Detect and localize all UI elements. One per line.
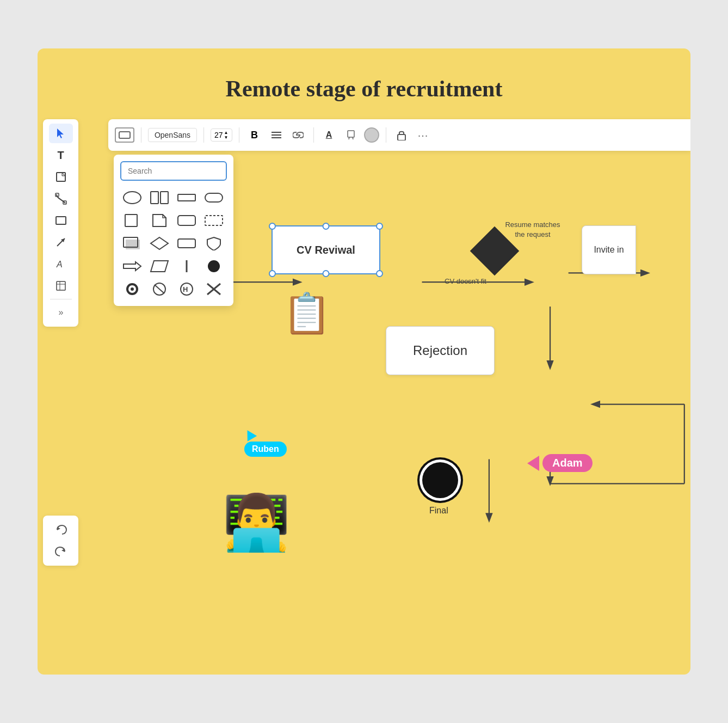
- bold-button[interactable]: B: [246, 126, 263, 144]
- connect-tool[interactable]: [49, 189, 73, 209]
- svg-rect-28: [125, 215, 137, 226]
- outer-container: Remote stage of recruitment OpenSans 27 …: [0, 0, 728, 723]
- shape-square[interactable]: [120, 210, 144, 231]
- svg-rect-34: [178, 239, 195, 248]
- font-size-input[interactable]: 27 ▲ ▼: [211, 128, 232, 142]
- shape-page[interactable]: [147, 210, 171, 231]
- cursor-adam: Adam: [527, 454, 593, 472]
- frame-tool[interactable]: [49, 276, 73, 296]
- more-tools[interactable]: »: [49, 303, 73, 322]
- left-sidebar: T: [43, 119, 78, 327]
- clipboard-emoji: 📋: [282, 293, 331, 333]
- shape-columns[interactable]: [147, 187, 171, 208]
- highlight-button[interactable]: [342, 126, 360, 144]
- redo-button[interactable]: [49, 542, 73, 561]
- svg-rect-27: [205, 193, 223, 202]
- canvas-area[interactable]: Remote stage of recruitment OpenSans 27 …: [38, 48, 690, 675]
- cv-revival-box[interactable]: CV Reviwal: [272, 225, 380, 274]
- font-selector[interactable]: OpenSans: [148, 128, 197, 142]
- shape-stadium[interactable]: [175, 233, 199, 254]
- svg-point-40: [131, 287, 134, 291]
- svg-rect-0: [119, 132, 130, 138]
- shape-search-input[interactable]: [120, 161, 227, 181]
- shape-x-mark[interactable]: [202, 279, 226, 299]
- shape-diamond[interactable]: [147, 233, 171, 254]
- sticky-note-tool[interactable]: [49, 167, 73, 187]
- shape-parallelogram[interactable]: [147, 256, 171, 277]
- toolbar-divider-5: [386, 127, 386, 143]
- cursor-tool[interactable]: [49, 124, 73, 143]
- svg-rect-10: [57, 173, 65, 181]
- cursor-ruben: Ruben: [244, 430, 287, 457]
- color-picker[interactable]: [364, 127, 379, 143]
- svg-marker-33: [151, 237, 168, 249]
- svg-point-23: [124, 192, 141, 204]
- lock-button[interactable]: [393, 126, 410, 144]
- svg-rect-25: [161, 192, 168, 204]
- svg-rect-26: [178, 194, 195, 201]
- toolbar-divider-4: [313, 127, 314, 143]
- align-button[interactable]: [268, 126, 285, 144]
- final-label: Final: [429, 506, 448, 516]
- svg-text:A: A: [56, 260, 63, 269]
- shape-dashed-rect[interactable]: [202, 210, 226, 231]
- shape-oval[interactable]: [120, 187, 144, 208]
- svg-rect-24: [151, 192, 158, 204]
- svg-rect-8: [398, 134, 405, 140]
- shape-h-circle[interactable]: H: [175, 279, 199, 299]
- rejection-box[interactable]: Rejection: [386, 326, 495, 375]
- svg-marker-9: [57, 128, 64, 138]
- shape-wide-rect[interactable]: [175, 187, 199, 208]
- cursor-adam-label: Adam: [542, 454, 593, 472]
- bottom-sidebar: [43, 516, 78, 566]
- toolbar-divider-3: [239, 127, 239, 143]
- cursor-ruben-label: Ruben: [244, 442, 287, 457]
- shape-selector[interactable]: [115, 127, 134, 143]
- cv-doesnt-fit-label: CV doesn't fit: [445, 277, 486, 285]
- more-options-button[interactable]: ···: [415, 126, 432, 144]
- svg-rect-14: [56, 217, 66, 224]
- svg-line-7: [353, 137, 353, 139]
- shape-panel: H: [114, 155, 233, 306]
- shape-grid: H: [120, 187, 227, 299]
- shape-shadow-rect[interactable]: [120, 233, 144, 254]
- shape-no-symbol[interactable]: [147, 279, 171, 299]
- toolbar-divider-1: [141, 127, 141, 143]
- diagram-title: Remote stage of recruitment: [38, 48, 690, 102]
- shape-vertical-line[interactable]: [175, 256, 199, 277]
- shape-double-circle[interactable]: [120, 279, 144, 299]
- toolbar-divider-2: [203, 127, 204, 143]
- svg-marker-22: [61, 549, 65, 552]
- svg-point-37: [208, 260, 220, 272]
- arrow-tool[interactable]: [49, 232, 73, 252]
- person-emoji: 👨‍💻: [223, 495, 291, 549]
- shape-rounded-rect[interactable]: [202, 187, 226, 208]
- svg-rect-29: [178, 216, 195, 225]
- rect-tool[interactable]: [49, 211, 73, 230]
- svg-line-42: [155, 285, 164, 293]
- text-color-button[interactable]: A: [320, 126, 338, 144]
- shape-filled-circle[interactable]: [202, 256, 226, 277]
- shape-rounded-corners[interactable]: [175, 210, 199, 231]
- resume-matches-label: Resume matches the request: [500, 220, 565, 240]
- end-circle: [422, 462, 458, 498]
- undo-button[interactable]: [49, 520, 73, 540]
- invite-box[interactable]: Invite in: [582, 225, 636, 274]
- shape-shield[interactable]: [202, 233, 226, 254]
- text-tool[interactable]: T: [49, 145, 73, 165]
- svg-text:H: H: [183, 285, 188, 293]
- svg-rect-30: [205, 216, 223, 225]
- svg-marker-21: [57, 527, 60, 530]
- sidebar-divider: [50, 299, 72, 299]
- svg-line-6: [349, 137, 349, 139]
- link-button[interactable]: [289, 126, 307, 144]
- svg-rect-5: [348, 131, 354, 137]
- shape-arrow-right[interactable]: [120, 256, 144, 277]
- text-block-tool[interactable]: A: [49, 254, 73, 274]
- svg-rect-18: [57, 281, 65, 290]
- toolbar: OpenSans 27 ▲ ▼ B: [108, 119, 690, 151]
- svg-marker-35: [151, 261, 168, 272]
